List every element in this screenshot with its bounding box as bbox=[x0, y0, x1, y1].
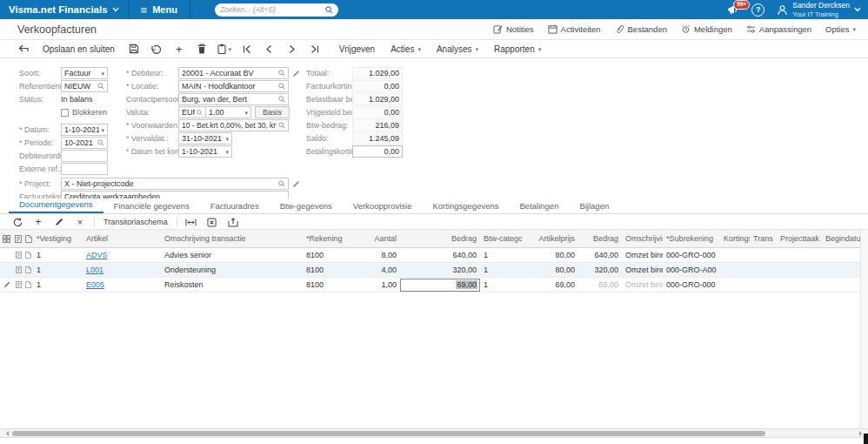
grid-refresh-button[interactable] bbox=[7, 215, 28, 229]
cell-subrekening[interactable]: 000-GRO-A00 bbox=[663, 263, 720, 277]
cell-artikel[interactable]: ADVS bbox=[83, 248, 161, 262]
cell-aantal[interactable]: 8,00 bbox=[364, 248, 400, 262]
column-header-trans[interactable]: Trans bbox=[750, 230, 777, 247]
column-header-kortings[interactable]: Kortings bbox=[720, 230, 750, 247]
cell-aantal[interactable]: 1,00 bbox=[364, 278, 400, 292]
locatie-field[interactable]: MAIN - Hoofdkantoor bbox=[178, 80, 289, 92]
cell-subrekening[interactable]: 000-GRO-000 bbox=[663, 248, 720, 262]
project-edit-pencil-icon[interactable] bbox=[292, 180, 300, 188]
cell-artikel[interactable]: L001 bbox=[83, 263, 161, 277]
column-header-omschrijving-transactie[interactable]: Omschrijving transactie bbox=[161, 230, 303, 247]
column-header-subrekening[interactable]: *Subrekening bbox=[663, 230, 720, 247]
column-config-button[interactable] bbox=[0, 230, 13, 247]
referentienr-field[interactable]: NIEUW bbox=[61, 80, 108, 92]
cell-omschrijving-transactie[interactable]: Advies senior bbox=[161, 248, 303, 262]
vervaldat-field[interactable]: 31-10-2021 ▾ bbox=[178, 132, 232, 145]
artikel-link[interactable]: ADVS bbox=[86, 251, 108, 259]
cell-trans[interactable] bbox=[750, 248, 777, 262]
tab-documentgegevens[interactable]: Documentgegevens bbox=[9, 197, 103, 213]
import-rows-button[interactable] bbox=[223, 215, 244, 229]
tab-verkoopprovisie[interactable]: Verkoopprovisie bbox=[343, 198, 423, 213]
cell-projecttaak[interactable] bbox=[777, 263, 822, 277]
back-button[interactable] bbox=[12, 40, 35, 57]
cell-bedrag-2[interactable]: 640,00 bbox=[578, 248, 622, 262]
tab-financiele-gegevens[interactable]: Financiële gegevens bbox=[103, 198, 200, 213]
cell-kortings[interactable] bbox=[720, 248, 750, 262]
grid-edit-row-button[interactable] bbox=[49, 215, 70, 229]
save-button[interactable] bbox=[123, 40, 145, 57]
cell-subrekening[interactable]: 000-GRO-000 bbox=[663, 278, 720, 292]
cell-projecttaak[interactable] bbox=[777, 248, 822, 262]
datum-field[interactable]: 1-10-2021 ▾ bbox=[61, 124, 108, 136]
bedrag-edit-input[interactable]: 69,00 bbox=[400, 279, 480, 292]
aanpassingen-button[interactable]: Aanpassingen bbox=[746, 24, 811, 34]
rapporten-dropdown[interactable]: Rapporten ▾ bbox=[486, 44, 549, 54]
cell-vestiging[interactable]: 1 bbox=[33, 278, 83, 292]
files-column-header[interactable] bbox=[23, 230, 33, 247]
next-record-button[interactable] bbox=[281, 40, 304, 57]
column-header-aantal[interactable]: Aantal bbox=[364, 230, 400, 247]
lookup-icon[interactable] bbox=[278, 122, 285, 129]
meldingen-button[interactable]: Meldingen bbox=[681, 24, 732, 34]
brand-menu[interactable]: Visma.net Financials bbox=[0, 0, 128, 19]
lookup-icon[interactable] bbox=[97, 139, 104, 146]
lookup-icon[interactable] bbox=[197, 110, 203, 116]
acties-dropdown[interactable]: Acties ▾ bbox=[383, 44, 429, 54]
cell-artikelprijs[interactable]: 80,00 bbox=[522, 248, 578, 262]
column-header-rekening[interactable]: *Rekening bbox=[303, 230, 364, 247]
tab-kortingsgegevens[interactable]: Kortingsgegevens bbox=[422, 198, 509, 213]
cell-artikelprijs[interactable]: 80,00 bbox=[522, 263, 578, 277]
user-menu[interactable]: Sander Dercksen Your IT Training bbox=[777, 1, 861, 17]
copy-paste-dropdown[interactable]: ▾ bbox=[213, 40, 236, 57]
grid-add-row-button[interactable]: + bbox=[28, 215, 49, 229]
cell-rekening[interactable]: 8100 bbox=[303, 263, 364, 277]
previous-record-button[interactable] bbox=[258, 40, 281, 57]
announcements-button[interactable]: 99+ bbox=[727, 4, 739, 15]
cell-omschrijving[interactable]: Omzet binn... bbox=[622, 263, 663, 277]
column-header-bedrag[interactable]: Bedrag bbox=[400, 230, 480, 247]
cell-omschrijving[interactable]: Omzet binn... bbox=[622, 248, 663, 262]
opties-dropdown[interactable]: Opties ▾ bbox=[825, 24, 856, 34]
grid-row-3-active[interactable]: 1 E005 Reiskosten 8100 1,00 69,00 1 69,0… bbox=[0, 278, 868, 293]
last-record-button[interactable] bbox=[304, 40, 326, 57]
main-menu-button[interactable]: ≡ Menu bbox=[129, 0, 190, 19]
horizontal-scroll-thumb[interactable] bbox=[12, 431, 765, 436]
blokkeren-checkbox[interactable] bbox=[61, 109, 69, 117]
cell-bedrag[interactable]: 640,00 bbox=[400, 248, 480, 262]
periode-field[interactable]: 10-2021 bbox=[61, 137, 108, 149]
export-excel-button[interactable] bbox=[202, 215, 223, 229]
row-note-button[interactable] bbox=[13, 278, 23, 292]
valuta-rate-select[interactable]: 1,00 ▾ bbox=[206, 106, 251, 118]
grid-delete-row-button[interactable]: × bbox=[70, 215, 90, 229]
save-and-close-button[interactable]: Opslaan en sluiten bbox=[35, 44, 123, 54]
cell-bedrag-editing[interactable]: 69,00 bbox=[400, 278, 480, 292]
notities-button[interactable]: Notities bbox=[493, 24, 534, 34]
row-note-button[interactable] bbox=[13, 248, 23, 262]
column-header-artikel[interactable]: Artikel bbox=[83, 230, 161, 247]
notes-column-header[interactable] bbox=[13, 230, 23, 247]
cell-omschrijving-transactie[interactable]: Reiskosten bbox=[161, 278, 303, 292]
column-header-omschrijving[interactable]: Omschrijving bbox=[622, 230, 663, 247]
scroll-left-arrow[interactable] bbox=[3, 431, 9, 436]
tab-factuuradres[interactable]: Factuuradres bbox=[200, 198, 270, 213]
cell-artikel[interactable]: E005 bbox=[83, 278, 161, 292]
artikel-link[interactable]: E005 bbox=[86, 280, 104, 289]
row-file-button[interactable] bbox=[23, 248, 33, 262]
valuta-code-field[interactable]: EUR bbox=[178, 106, 206, 118]
tab-btw-gegevens[interactable]: Btw-gegevens bbox=[270, 198, 343, 213]
externe-ref-field[interactable] bbox=[61, 163, 108, 175]
first-record-button[interactable] bbox=[236, 40, 258, 57]
add-record-button[interactable]: + bbox=[168, 40, 190, 57]
cell-bedrag[interactable]: 320,00 bbox=[400, 263, 480, 277]
column-header-artikelprijs[interactable]: Artikelprijs bbox=[522, 230, 578, 247]
column-header-projecttaak[interactable]: Projecttaak bbox=[777, 230, 822, 247]
debiteur-edit-pencil-icon[interactable] bbox=[292, 70, 300, 77]
tab-bijlagen[interactable]: Bijlagen bbox=[569, 198, 619, 213]
delete-record-button[interactable] bbox=[190, 40, 213, 57]
activiteiten-button[interactable]: Activiteiten bbox=[548, 24, 601, 34]
cell-btw-categorie[interactable]: 1 bbox=[480, 263, 522, 277]
cell-omschrijving[interactable]: Omzet binn... bbox=[622, 278, 663, 292]
fit-columns-button[interactable] bbox=[181, 215, 202, 229]
cell-btw-categorie[interactable]: 1 bbox=[480, 278, 522, 292]
cell-projecttaak[interactable] bbox=[777, 278, 822, 292]
